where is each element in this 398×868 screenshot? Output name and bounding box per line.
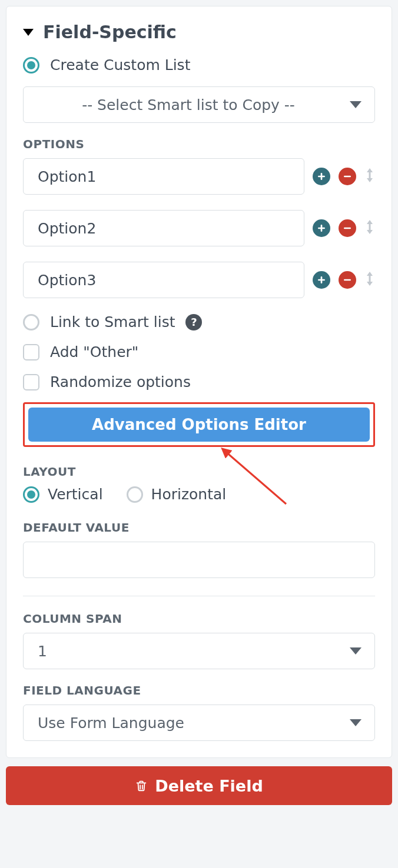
plus-icon <box>317 172 326 181</box>
drag-handle[interactable] <box>364 167 375 186</box>
minus-icon <box>343 223 352 233</box>
annotation-arrow-icon <box>217 445 299 516</box>
layout-horizontal-label: Horizontal <box>151 486 227 503</box>
link-smartlist-label: Link to Smart list <box>50 313 175 330</box>
create-custom-list-radio[interactable]: Create Custom List <box>23 56 375 74</box>
drag-handle[interactable] <box>364 271 375 289</box>
drag-icon <box>364 219 375 235</box>
field-language-value: Use Form Language <box>38 715 184 732</box>
add-other-label: Add "Other" <box>50 343 138 360</box>
svg-rect-2 <box>369 276 371 282</box>
add-option-button[interactable] <box>313 271 330 289</box>
help-icon[interactable]: ? <box>185 314 202 330</box>
svg-rect-1 <box>369 224 371 230</box>
delete-field-button[interactable]: Delete Field <box>6 766 392 805</box>
highlight-box: Advanced Options Editor <box>23 402 375 447</box>
drag-icon <box>364 167 375 183</box>
option-input-2[interactable] <box>23 210 304 246</box>
divider <box>23 596 375 596</box>
option-input-1[interactable] <box>23 158 304 195</box>
default-value-label: DEFAULT VALUE <box>23 520 375 535</box>
remove-option-button[interactable] <box>339 271 356 289</box>
option-input-3[interactable] <box>23 262 304 298</box>
svg-rect-0 <box>369 172 371 178</box>
add-option-button[interactable] <box>313 219 330 237</box>
checkbox-icon <box>23 344 39 360</box>
radio-unselected-icon <box>23 314 39 330</box>
options-label: OPTIONS <box>23 137 375 151</box>
option-row <box>23 210 375 246</box>
option-row <box>23 262 375 298</box>
layout-vertical-radio[interactable]: Vertical <box>23 486 103 503</box>
trash-icon <box>135 779 148 793</box>
delete-field-label: Delete Field <box>155 777 263 795</box>
smart-list-select[interactable]: -- Select Smart list to Copy -- <box>23 86 375 123</box>
minus-icon <box>343 172 352 181</box>
default-value-input[interactable] <box>23 542 375 578</box>
plus-icon <box>317 223 326 233</box>
smart-list-select-value: -- Select Smart list to Copy -- <box>82 96 295 113</box>
create-custom-list-label: Create Custom List <box>50 56 190 74</box>
randomize-checkbox[interactable]: Randomize options <box>23 373 375 390</box>
section-title: Field-Specific <box>43 22 177 42</box>
radio-unselected-icon <box>127 486 143 503</box>
radio-selected-icon <box>23 57 39 74</box>
randomize-label: Randomize options <box>50 373 191 390</box>
add-other-checkbox[interactable]: Add "Other" <box>23 343 375 360</box>
layout-vertical-label: Vertical <box>48 486 103 503</box>
column-span-label: COLUMN SPAN <box>23 612 375 626</box>
section-header[interactable]: Field-Specific <box>23 22 375 42</box>
advanced-options-editor-button[interactable]: Advanced Options Editor <box>28 408 370 442</box>
minus-icon <box>343 275 352 285</box>
caret-down-icon <box>23 29 34 36</box>
option-row <box>23 158 375 195</box>
drag-handle[interactable] <box>364 219 375 238</box>
plus-icon <box>317 275 326 285</box>
column-span-select[interactable]: 1 <box>23 633 375 669</box>
field-language-select[interactable]: Use Form Language <box>23 705 375 741</box>
field-language-label: FIELD LANGUAGE <box>23 683 375 697</box>
add-option-button[interactable] <box>313 168 330 185</box>
layout-horizontal-radio[interactable]: Horizontal <box>127 486 227 503</box>
drag-icon <box>364 271 375 287</box>
layout-label: LAYOUT <box>23 465 375 479</box>
remove-option-button[interactable] <box>339 219 356 237</box>
link-smartlist-radio[interactable]: Link to Smart list ? <box>23 313 375 330</box>
column-span-value: 1 <box>38 643 47 660</box>
radio-selected-icon <box>23 486 39 503</box>
remove-option-button[interactable] <box>339 168 356 185</box>
checkbox-icon <box>23 374 39 390</box>
